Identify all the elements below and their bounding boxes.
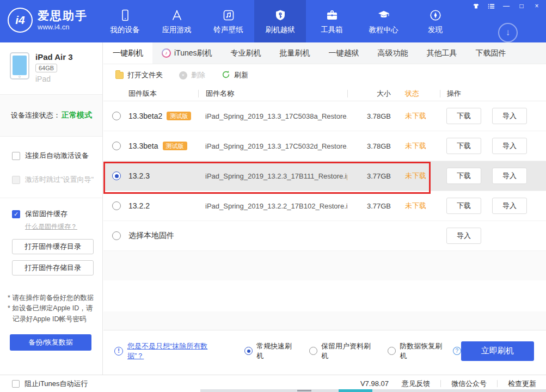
checkbox-checked[interactable]: ✓ bbox=[12, 210, 20, 218]
normal-fast-flash-option[interactable]: 常规快速刷机 bbox=[244, 341, 297, 361]
app-logo: i4 爱思助手 www.i4.cn bbox=[8, 8, 88, 33]
col-status: 状态 bbox=[391, 89, 440, 99]
itunes-icon: ♪ bbox=[162, 48, 171, 58]
main-panel: 一键刷机 ♪ iTunes刷机 专业刷机 批量刷机 一键越狱 高级功能 其他工具… bbox=[103, 42, 546, 375]
import-button[interactable]: 导入 bbox=[492, 168, 527, 184]
checkbox-unchecked[interactable] bbox=[12, 152, 20, 160]
refresh-icon bbox=[222, 70, 230, 81]
erase-all-data-link[interactable]: 您是不是只想“抹除所有数据”？ bbox=[127, 341, 222, 361]
status-badge: 未下载 bbox=[391, 141, 440, 151]
ringtone-icon bbox=[222, 8, 236, 22]
minimize-button[interactable]: — bbox=[502, 2, 510, 10]
auto-activate-checkbox[interactable]: 连接后自动激活设备 bbox=[12, 151, 97, 161]
nav-item-apps-games[interactable]: 应用游戏 bbox=[151, 0, 203, 42]
feedback-link[interactable]: 意见反馈 bbox=[402, 379, 430, 389]
firmware-row[interactable]: 13.3beta2 测试版 iPad_Spring_2019_13.3_17C5… bbox=[103, 101, 546, 131]
keep-firmware-cache-checkbox[interactable]: ✓ 保留固件缓存 bbox=[12, 209, 97, 219]
radio-unselected[interactable] bbox=[309, 347, 317, 355]
device-info: iPad Air 3 64GB iPad bbox=[0, 42, 102, 94]
ipad-device-icon bbox=[10, 52, 29, 79]
wechat-official-link[interactable]: 微信公众号 bbox=[451, 379, 487, 389]
check-update-link[interactable]: 检查更新 bbox=[508, 379, 536, 389]
block-itunes-checkbox[interactable]: 阻止iTunes自动运行 bbox=[0, 379, 88, 389]
nav-item-tutorials[interactable]: 教程中心 bbox=[358, 0, 409, 42]
firmware-radio[interactable] bbox=[112, 112, 121, 120]
flash-mode-options: 常规快速刷机 保留用户资料刷机 防数据恢复刷机 ? bbox=[244, 341, 461, 361]
tab-one-click-flash[interactable]: 一键刷机 bbox=[103, 42, 152, 64]
tab-itunes-flash[interactable]: ♪ iTunes刷机 bbox=[152, 42, 222, 64]
tab-other-tools[interactable]: 其他工具 bbox=[418, 42, 467, 64]
background-window-edge bbox=[200, 389, 546, 392]
import-button[interactable]: 导入 bbox=[492, 108, 527, 124]
nav-item-ringtones-wallpapers[interactable]: 铃声壁纸 bbox=[203, 0, 254, 42]
delete-circle-icon: × bbox=[179, 71, 187, 79]
download-button[interactable]: 下载 bbox=[446, 168, 481, 184]
jailbreak-shield-icon bbox=[273, 8, 287, 22]
app-window: i4 爱思助手 www.i4.cn 我的设备 应用游戏 bbox=[0, 0, 546, 392]
maximize-button[interactable]: □ bbox=[518, 2, 525, 10]
local-firmware-radio[interactable] bbox=[112, 231, 121, 240]
device-model: iPad bbox=[35, 75, 73, 83]
flash-now-button[interactable]: 立即刷机 bbox=[461, 341, 534, 361]
checkbox-unchecked[interactable] bbox=[12, 380, 20, 388]
import-button[interactable]: 导入 bbox=[492, 198, 527, 214]
col-actions: 操作 bbox=[440, 90, 546, 97]
help-question-icon[interactable]: ? bbox=[453, 347, 461, 355]
firmware-radio-selected[interactable] bbox=[112, 171, 121, 180]
app-version: V7.98.07 bbox=[360, 379, 389, 388]
music-note-icon: ♪ bbox=[163, 50, 170, 57]
import-button[interactable]: 导入 bbox=[492, 138, 527, 154]
tab-bar: 一键刷机 ♪ iTunes刷机 专业刷机 批量刷机 一键越狱 高级功能 其他工具… bbox=[103, 42, 546, 64]
divider bbox=[497, 380, 498, 387]
open-storage-dir-button[interactable]: 打开固件存储目录 bbox=[12, 260, 94, 275]
empty-row-stripe bbox=[103, 311, 546, 330]
app-url: www.i4.cn bbox=[38, 23, 88, 31]
tab-one-click-jailbreak[interactable]: 一键越狱 bbox=[320, 42, 369, 64]
firmware-row[interactable]: 13.2.2 iPad_Spring_2019_13.2.2_17B102_Re… bbox=[103, 191, 546, 221]
download-button[interactable]: 下载 bbox=[446, 198, 481, 214]
open-folder-button[interactable]: 打开文件夹 bbox=[115, 70, 163, 80]
keep-user-data-flash-option[interactable]: 保留用户资料刷机 bbox=[309, 341, 376, 361]
nav-item-toolbox[interactable]: 工具箱 bbox=[306, 0, 358, 42]
skin-theme-button[interactable] bbox=[472, 2, 480, 10]
tab-batch-flash[interactable]: 批量刷机 bbox=[271, 42, 320, 64]
refresh-button[interactable]: 刷新 bbox=[222, 70, 248, 81]
menu-list-button[interactable] bbox=[487, 2, 495, 10]
table-header: 固件版本 固件名称 大小 状态 操作 bbox=[103, 86, 546, 101]
checkbox-disabled bbox=[12, 176, 20, 184]
local-firmware-row[interactable]: 选择本地固件 导入 bbox=[103, 221, 546, 251]
download-manager-button[interactable]: ↓ bbox=[498, 23, 518, 42]
empty-row-stripe bbox=[103, 280, 546, 311]
firmware-row-selected[interactable]: 13.2.3 iPad_Spring_2019_13.2.3_17B111_Re… bbox=[103, 161, 546, 191]
radio-selected[interactable] bbox=[244, 347, 253, 355]
phone-icon bbox=[118, 8, 132, 22]
toolbox-icon bbox=[325, 8, 339, 22]
nav-item-flash-jailbreak[interactable]: 刷机越狱 bbox=[254, 0, 306, 42]
tab-advanced-features[interactable]: 高级功能 bbox=[369, 42, 418, 64]
tab-pro-flash[interactable]: 专业刷机 bbox=[222, 42, 271, 64]
download-button[interactable]: 下载 bbox=[446, 108, 481, 124]
download-button[interactable]: 下载 bbox=[446, 138, 481, 154]
status-badge: 未下载 bbox=[391, 201, 440, 211]
firmware-radio[interactable] bbox=[112, 142, 121, 150]
firmware-row[interactable]: 13.3beta 测试版 iPad_Spring_2019_13.3_17C50… bbox=[103, 131, 546, 161]
tab-download-firmware[interactable]: 下载固件 bbox=[467, 42, 516, 64]
col-firmware-version: 固件版本 bbox=[128, 89, 198, 99]
delete-button[interactable]: × 删除 bbox=[179, 70, 205, 80]
backup-restore-button[interactable]: 备份/恢复数据 bbox=[10, 334, 91, 351]
backup-notes: * 请在操作前备份好您的数据 * 如设备已绑定Apple ID，请 记录好App… bbox=[8, 293, 96, 324]
what-is-firmware-cache-link[interactable]: 什么是固件缓存？ bbox=[25, 222, 97, 231]
close-button[interactable]: × bbox=[533, 2, 541, 10]
device-name: iPad Air 3 bbox=[35, 52, 73, 62]
nav-item-discover[interactable]: 发现 bbox=[409, 0, 461, 42]
firmware-radio[interactable] bbox=[112, 201, 121, 210]
import-button[interactable]: 导入 bbox=[446, 228, 481, 244]
main-nav: 我的设备 应用游戏 铃声壁纸 刷机越狱 bbox=[99, 0, 461, 42]
skip-setup-checkbox[interactable]: 激活时跳过"设置向导" bbox=[12, 175, 97, 185]
beta-badge: 测试版 bbox=[163, 142, 187, 150]
check-icon: ✓ bbox=[14, 211, 19, 218]
open-cache-dir-button[interactable]: 打开固件缓存目录 bbox=[12, 239, 94, 254]
nav-item-my-devices[interactable]: 我的设备 bbox=[99, 0, 151, 42]
anti-data-recovery-flash-option[interactable]: 防数据恢复刷机 bbox=[388, 341, 447, 361]
radio-unselected[interactable] bbox=[388, 347, 396, 355]
